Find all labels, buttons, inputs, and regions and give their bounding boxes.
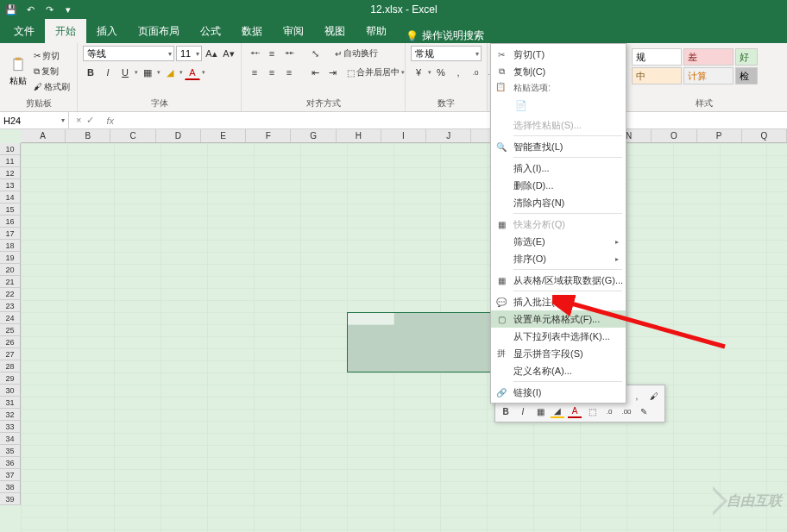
style-normal[interactable]: 规: [632, 48, 682, 66]
tab-view[interactable]: 视图: [314, 19, 356, 43]
row-header[interactable]: 20: [0, 264, 21, 276]
row-header[interactable]: 17: [0, 228, 21, 240]
style-good[interactable]: 好: [735, 48, 758, 66]
row-header[interactable]: 25: [0, 324, 21, 336]
merge-center-button[interactable]: ⬚合并后居中 ▾: [347, 66, 405, 79]
style-bad[interactable]: 差: [683, 48, 733, 66]
paste-button[interactable]: 粘贴: [5, 50, 31, 93]
decrease-font-icon[interactable]: A▾: [221, 46, 236, 61]
indent-decrease-icon[interactable]: ⇤: [307, 65, 323, 80]
row-header[interactable]: 15: [0, 203, 21, 216]
tab-data[interactable]: 数据: [231, 19, 273, 43]
row-header[interactable]: 26: [0, 336, 21, 348]
row-header[interactable]: 34: [0, 433, 21, 445]
column-header[interactable]: H: [337, 129, 381, 142]
row-header[interactable]: 38: [0, 481, 21, 493]
column-header[interactable]: O: [652, 129, 696, 142]
align-middle-icon[interactable]: ≡: [264, 46, 280, 61]
tab-file[interactable]: 文件: [3, 19, 45, 43]
number-format-combo[interactable]: 常规: [411, 46, 482, 61]
style-neutral[interactable]: 中: [632, 67, 682, 84]
column-header[interactable]: E: [201, 129, 246, 142]
row-header[interactable]: 12: [0, 167, 21, 179]
italic-button[interactable]: I: [100, 65, 116, 80]
currency-icon[interactable]: ¥: [411, 65, 426, 80]
row-header[interactable]: 37: [0, 469, 21, 481]
border-button[interactable]: ▦: [140, 65, 155, 80]
row-header[interactable]: 27: [0, 348, 21, 360]
mini-dec-inc-icon[interactable]: .0: [602, 404, 616, 418]
align-left-icon[interactable]: ≡: [247, 65, 262, 80]
cm-define-name[interactable]: 定义名称(A)...: [491, 362, 626, 379]
cm-clear[interactable]: 清除内容(N): [491, 194, 626, 211]
increase-font-icon[interactable]: A▴: [204, 46, 219, 61]
cm-smart-lookup[interactable]: 🔍智能查找(L): [491, 138, 626, 155]
cm-pinyin[interactable]: 拼显示拼音字段(S): [491, 345, 626, 362]
column-header[interactable]: F: [246, 129, 291, 142]
save-icon[interactable]: 💾: [3, 2, 19, 17]
row-header[interactable]: 29: [0, 372, 21, 385]
column-header[interactable]: G: [291, 129, 336, 142]
tab-help[interactable]: 帮助: [356, 19, 397, 43]
row-header[interactable]: 22: [0, 288, 21, 300]
redo-icon[interactable]: ↷: [41, 2, 57, 17]
underline-button[interactable]: U: [117, 65, 133, 80]
cm-format-cells[interactable]: ▢设置单元格格式(F)...: [491, 310, 626, 328]
column-header[interactable]: B: [66, 129, 110, 142]
align-center-icon[interactable]: ≡: [264, 65, 280, 80]
cm-insert-comment[interactable]: 💬插入批注(M): [491, 293, 626, 310]
decimal-inc-icon[interactable]: .0: [468, 65, 483, 80]
align-right-icon[interactable]: ≡: [281, 65, 297, 80]
mini-fill-icon[interactable]: ◢: [551, 404, 564, 418]
cm-insert[interactable]: 插入(I)...: [491, 160, 626, 177]
cut-button[interactable]: ✂剪切: [34, 49, 70, 63]
mini-italic-icon[interactable]: I: [516, 404, 530, 418]
row-header[interactable]: 32: [0, 409, 21, 421]
column-header[interactable]: C: [110, 129, 155, 142]
column-header[interactable]: D: [156, 129, 201, 142]
align-top-icon[interactable]: ⬴: [247, 46, 262, 61]
mini-comma-icon[interactable]: ,: [630, 389, 644, 403]
fill-color-button[interactable]: ◢: [162, 65, 178, 80]
tab-layout[interactable]: 页面布局: [128, 19, 190, 43]
fx-icon[interactable]: fx: [101, 116, 114, 126]
name-box[interactable]: H24: [0, 112, 69, 129]
orientation-icon[interactable]: ⤡: [307, 46, 323, 61]
cm-delete[interactable]: 删除(D)...: [491, 177, 626, 194]
column-header[interactable]: Q: [742, 129, 787, 142]
indent-increase-icon[interactable]: ⇥: [324, 65, 340, 80]
row-header[interactable]: 35: [0, 445, 21, 457]
tab-formulas[interactable]: 公式: [190, 19, 231, 43]
mini-bold-icon[interactable]: B: [499, 404, 513, 418]
copy-button[interactable]: ⧉复制: [34, 65, 70, 78]
mini-fontcolor-icon[interactable]: A: [568, 404, 582, 418]
enter-formula-icon[interactable]: ✓: [86, 115, 94, 126]
paste-default-icon[interactable]: 📄: [513, 97, 529, 113]
cm-link[interactable]: 🔗链接(I): [491, 384, 626, 401]
row-header[interactable]: 30: [0, 385, 21, 397]
row-header[interactable]: 36: [0, 457, 21, 469]
row-header[interactable]: 11: [0, 155, 21, 167]
tab-review[interactable]: 审阅: [273, 19, 314, 43]
font-color-button[interactable]: A: [185, 65, 200, 80]
undo-icon[interactable]: ↶: [22, 2, 38, 17]
row-header[interactable]: 19: [0, 252, 21, 264]
column-header[interactable]: P: [697, 129, 742, 142]
column-header[interactable]: J: [426, 129, 471, 142]
cm-sort[interactable]: 排序(O)▸: [491, 250, 626, 267]
row-header[interactable]: 39: [0, 493, 21, 505]
tab-home[interactable]: 开始: [45, 19, 86, 43]
font-size-combo[interactable]: 11: [176, 46, 202, 61]
mini-dec-dec-icon[interactable]: .00: [620, 404, 633, 418]
style-check[interactable]: 检: [735, 67, 758, 84]
row-header[interactable]: 10: [0, 143, 21, 155]
row-header[interactable]: 16: [0, 216, 21, 228]
cm-get-data[interactable]: ▦从表格/区域获取数据(G)...: [491, 272, 626, 289]
row-header[interactable]: 28: [0, 360, 21, 372]
cm-filter[interactable]: 筛选(E)▸: [491, 233, 626, 250]
column-header[interactable]: A: [21, 129, 66, 142]
cm-copy[interactable]: ⧉复制(C): [491, 63, 626, 80]
row-header[interactable]: 21: [0, 276, 21, 288]
row-header[interactable]: 23: [0, 300, 21, 312]
mini-format-painter-icon[interactable]: 🖌: [647, 389, 661, 403]
